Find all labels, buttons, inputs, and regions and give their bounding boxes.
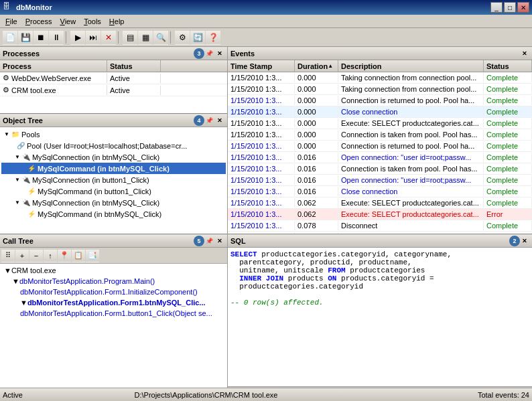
toolbar-new[interactable]: 📄 [3, 30, 17, 45]
tree-item[interactable]: ⚡ MySqlCommand (in button1_Click) [1, 185, 226, 197]
events-header: Events ✕ [228, 47, 532, 60]
ct-label: dbMonitorTestApplication.Program.Main() [19, 277, 155, 285]
event-row[interactable]: 1/15/2010 1:3... 0.375 Connect: "user id… [228, 232, 532, 234]
call-tree-item[interactable]: dbMonitorTestApplication.Form1.button1_C… [1, 308, 226, 319]
tree-item[interactable]: ▼ 🔌 MySqlConnection (in button1_Click) [1, 174, 226, 185]
call-tree-item[interactable]: ▼ dbMonitorTestApplication.Form1.btnMySQ… [1, 297, 226, 308]
th-status[interactable]: Status [484, 60, 532, 72]
toolbar-save[interactable]: 💾 [18, 30, 33, 45]
tree-item[interactable]: ⚡ MySqlCommand (in btnMySQL_Click) [1, 208, 226, 220]
menu-help[interactable]: Help [105, 16, 129, 27]
menu-tools[interactable]: Tools [80, 16, 105, 27]
evt-status: Complete [484, 96, 532, 105]
event-row[interactable]: 1/15/2010 1:3... 0.016 Open connection: … [228, 152, 532, 163]
tree-item[interactable]: ▼ 🔌 MySqlConnection (in btnMySQL_Click) [1, 197, 226, 208]
toolbar-stop[interactable]: ⏹ [34, 30, 48, 45]
toolbar-skip[interactable]: ⏭ [86, 30, 101, 45]
events-close[interactable]: ✕ [520, 49, 529, 58]
evt-description: Taking connection from connection pool..… [338, 73, 484, 82]
event-row[interactable]: 1/15/2010 1:3... 0.000 Taking connection… [228, 84, 532, 95]
call-tree-item[interactable]: ▼ CRM tool.exe [1, 265, 226, 276]
event-row[interactable]: 1/15/2010 1:3... 0.000 Execute: SELECT p… [228, 118, 532, 129]
tree-item[interactable]: ▼ 🔌 MySqlConnection (in btnMySQL_Click) [1, 151, 226, 163]
sql-close[interactable]: ✕ [520, 236, 529, 246]
menu-process[interactable]: Process [21, 16, 56, 27]
sql-body[interactable]: SELECT productcategories.categoryid, cat… [228, 248, 532, 386]
object-tree-pin[interactable]: 📌 [204, 116, 214, 125]
toolbar-btn2[interactable]: ▦ [138, 30, 153, 45]
event-row[interactable]: 1/15/2010 1:3... 0.000 Connection is ret… [228, 141, 532, 152]
toolbar-settings[interactable]: ⚙ [175, 30, 190, 45]
tree-arrow[interactable]: ▼ [4, 131, 9, 137]
object-tree-header-icons: 📌 ✕ [204, 116, 224, 125]
ct-btn-copy[interactable]: 📋 [72, 249, 85, 262]
event-row[interactable]: 1/15/2010 1:3... 0.016 Close connection … [228, 186, 532, 197]
menu-file[interactable]: File [1, 16, 21, 27]
process-icon-1: ⚙ [3, 74, 9, 82]
toolbar-play[interactable]: ▶ [70, 30, 85, 45]
object-tree-close[interactable]: ✕ [215, 116, 224, 125]
table-row[interactable]: ⚙ CRM tool.exe Active [0, 84, 227, 96]
event-row[interactable]: 1/15/2010 1:3... 0.062 Execute: SELECT p… [228, 209, 532, 220]
minimize-button[interactable]: _ [490, 2, 503, 13]
process-status-1: Active [107, 74, 161, 83]
processes-close[interactable]: ✕ [215, 49, 224, 58]
toolbar-pause[interactable]: ⏸ [49, 30, 64, 45]
close-button[interactable]: ✕ [517, 2, 529, 13]
tree-item[interactable]: ▼ 📁 Pools [1, 129, 226, 140]
left-panel: Processes 3 📌 ✕ Process Status ⚙ WebDev.… [0, 47, 228, 401]
toolbar-filter[interactable]: 🔍 [153, 30, 168, 45]
evt-status: Complete [484, 232, 532, 234]
menu-view[interactable]: View [56, 16, 80, 27]
event-row[interactable]: 1/15/2010 1:3... 0.000 Connection is tak… [228, 129, 532, 141]
toolbar-help[interactable]: ❓ [206, 30, 220, 45]
call-tree-close[interactable]: ✕ [215, 236, 224, 246]
toolbar-btn1[interactable]: ▤ [123, 30, 137, 45]
evt-timestamp: 1/15/2010 1:3... [228, 130, 295, 139]
sql-text: parentcategory, productid, productname, [230, 258, 412, 266]
tree-item[interactable]: ⚡ MySqlCommand (in btnMySQL_Click) [1, 163, 226, 174]
th-process[interactable]: Process [0, 60, 107, 72]
th-description[interactable]: Description [338, 60, 484, 72]
th-timestamp[interactable]: Time Stamp [228, 60, 295, 72]
call-tree-item[interactable]: dbMonitorTestApplication.Form1.Initializ… [1, 287, 226, 297]
evt-timestamp: 1/15/2010 1:3... [228, 198, 295, 208]
call-tree-pin[interactable]: 📌 [204, 236, 214, 246]
event-row[interactable]: 1/15/2010 1:3... 0.016 Open connection: … [228, 175, 532, 186]
ct-btn-add[interactable]: + [15, 249, 29, 262]
ct-btn-remove[interactable]: − [29, 249, 43, 262]
ct-btn-pin[interactable]: 📍 [58, 249, 71, 262]
status-active: Active [3, 391, 135, 399]
evt-duration: 0.000 [295, 118, 338, 128]
tree-label: MySqlConnection (in btnMySQL_Click) [32, 153, 159, 161]
maximize-button[interactable]: □ [504, 2, 516, 13]
event-row[interactable]: 1/15/2010 1:3... 0.000 Connection is ret… [228, 95, 532, 106]
table-row[interactable]: ⚙ WebDev.WebServer.exe Active [0, 72, 227, 84]
processes-table-body: ⚙ WebDev.WebServer.exe Active ⚙ CRM tool… [0, 72, 227, 113]
th-status[interactable]: Status [107, 60, 161, 72]
event-row[interactable]: 1/15/2010 1:3... 0.016 Connection is tak… [228, 163, 532, 175]
processes-section: Processes 3 📌 ✕ Process Status ⚙ WebDev.… [0, 47, 227, 114]
tree-arrow[interactable]: ▼ [15, 154, 20, 160]
event-row[interactable]: 1/15/2010 1:3... 0.062 Execute: SELECT p… [228, 197, 532, 209]
evt-status: Complete [484, 153, 532, 162]
tree-item[interactable]: 🔗 Pool (User Id=root;Host=localhost;Data… [1, 140, 226, 151]
pool-icon: 🔗 [16, 141, 25, 151]
call-tree-item[interactable]: ▼ dbMonitorTestApplication.Program.Main(… [1, 276, 226, 287]
processes-pin[interactable]: 📌 [204, 49, 214, 58]
event-row[interactable]: 1/15/2010 1:3... 0.000 Close connection … [228, 106, 532, 118]
toolbar-refresh[interactable]: 🔄 [190, 30, 205, 45]
ct-btn-menu[interactable]: ⠿ [1, 249, 15, 262]
evt-description: Connection is taken from pool. Pool has.… [338, 164, 484, 173]
event-row[interactable]: 1/15/2010 1:3... 0.000 Taking connection… [228, 72, 532, 84]
tree-arrow[interactable]: ▼ [15, 199, 20, 206]
evt-timestamp: 1/15/2010 1:3... [228, 141, 295, 151]
ct-btn-up[interactable]: ↑ [44, 249, 57, 262]
ct-btn-paste[interactable]: 📑 [86, 249, 99, 262]
event-row[interactable]: 1/15/2010 1:3... 0.078 Disconnect Comple… [228, 220, 532, 232]
tree-label: MySqlCommand (in button1_Click) [38, 187, 151, 195]
th-duration[interactable]: Duration [295, 60, 338, 72]
evt-duration: 0.016 [295, 164, 338, 173]
tree-arrow[interactable]: ▼ [15, 177, 20, 183]
toolbar-cancel[interactable]: ✕ [101, 30, 116, 45]
